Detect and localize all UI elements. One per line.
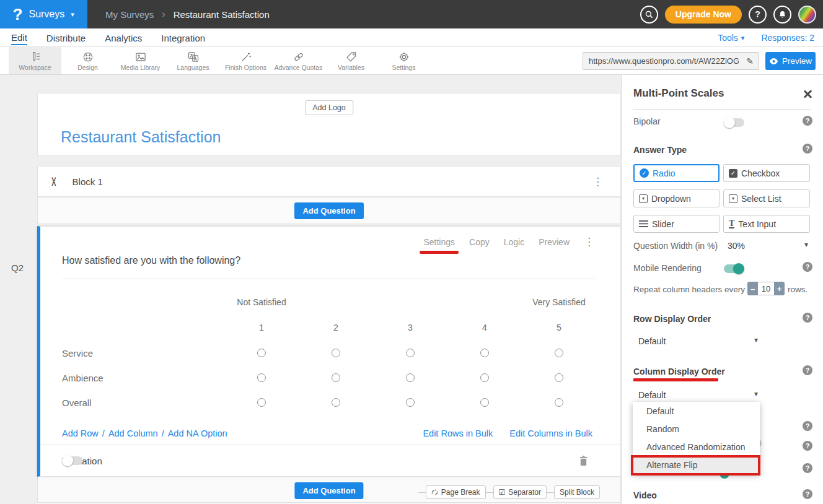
radio-option[interactable] xyxy=(257,373,266,382)
translate-icon xyxy=(187,51,200,63)
answer-type-dropdown[interactable]: ▾ Dropdown xyxy=(633,189,720,207)
split-block-button[interactable]: Split Block xyxy=(554,485,600,499)
option-alternate-flip[interactable]: Alternate Flip xyxy=(633,456,760,474)
responses-link[interactable]: Responses: 2 xyxy=(761,33,814,43)
radio-option[interactable] xyxy=(257,398,266,407)
radio-option[interactable] xyxy=(257,349,266,357)
help-icon[interactable]: ? xyxy=(803,116,812,126)
radio-option[interactable] xyxy=(555,373,563,382)
edit-url-icon[interactable]: ✎ xyxy=(741,56,759,66)
help-icon[interactable]: ? xyxy=(803,421,812,431)
user-avatar[interactable] xyxy=(798,6,816,24)
radio-option[interactable] xyxy=(406,373,415,382)
mobile-rendering-toggle[interactable] xyxy=(724,264,744,273)
column-display-order-select[interactable]: Default xyxy=(638,390,666,400)
radio-option[interactable] xyxy=(555,349,563,357)
row-label[interactable]: Ambience xyxy=(62,373,224,383)
row-label[interactable]: Service xyxy=(62,348,224,358)
toolbar-media-library[interactable]: Media Library xyxy=(114,47,167,74)
add-question-button-bottom[interactable]: Add Question xyxy=(294,482,363,499)
radio-option[interactable] xyxy=(332,373,340,382)
option-default[interactable]: Default xyxy=(633,402,760,420)
chevron-down-icon[interactable]: ▾ xyxy=(754,336,758,344)
answer-type-select-list[interactable]: ▾ Select List xyxy=(723,189,810,207)
tools-menu[interactable]: Tools ▾ xyxy=(718,33,744,43)
question-menu-icon[interactable]: ⋮ xyxy=(584,235,594,248)
toolbar-design[interactable]: Design xyxy=(61,47,114,74)
matrix-links-row: Add Row / Add Column / Add NA Option Edi… xyxy=(62,420,596,447)
question-width-value[interactable]: 30% xyxy=(728,241,745,251)
toolbar-finish-options[interactable]: Finish Options xyxy=(219,47,272,74)
radio-option[interactable] xyxy=(332,349,340,357)
toolbar-languages[interactable]: Languages xyxy=(167,47,219,74)
notifications-button[interactable] xyxy=(773,6,791,24)
survey-title[interactable]: Restaurant Satisfaction xyxy=(61,128,221,146)
answer-type-text-input[interactable]: T Text Input xyxy=(723,215,810,233)
answer-type-checkbox[interactable]: ✓ Checkbox xyxy=(723,164,810,182)
help-icon[interactable]: ? xyxy=(803,365,812,375)
toolbar-workspace[interactable]: Workspace xyxy=(9,47,61,74)
tab-question-logic[interactable]: Logic xyxy=(504,237,524,247)
toolbar-advance-quotas[interactable]: Advance Quotas xyxy=(272,47,325,74)
add-column-link[interactable]: Add Column xyxy=(108,428,158,438)
help-icon[interactable]: ? xyxy=(803,489,812,499)
radio-option[interactable] xyxy=(480,349,489,357)
edit-rows-in-bulk-link[interactable]: Edit Rows in Bulk xyxy=(423,428,493,438)
separator-button[interactable]: ☑ Separator xyxy=(493,485,547,499)
increment-button[interactable]: + xyxy=(774,282,785,295)
block-title[interactable]: Block 1 xyxy=(73,176,103,187)
tab-question-settings[interactable]: Settings xyxy=(423,237,455,247)
breadcrumb-my-surveys[interactable]: My Surveys xyxy=(105,9,154,20)
preview-button[interactable]: Preview xyxy=(765,52,816,70)
survey-url-input[interactable] xyxy=(583,56,741,66)
add-question-button[interactable]: Add Question xyxy=(294,202,363,219)
row-label[interactable]: Overall xyxy=(62,398,224,408)
add-na-option-link[interactable]: Add NA Option xyxy=(168,428,227,438)
radio-option[interactable] xyxy=(480,373,489,382)
option-advanced-randomization[interactable]: Advanced Randomization xyxy=(633,438,760,456)
edit-columns-in-bulk-link[interactable]: Edit Columns in Bulk xyxy=(509,428,592,438)
add-row-link[interactable]: Add Row xyxy=(62,428,99,438)
collapse-block-icon[interactable]: ˅ ˄ xyxy=(51,177,56,186)
search-button[interactable] xyxy=(640,6,658,24)
option-random[interactable]: Random xyxy=(633,420,760,438)
help-button[interactable]: ? xyxy=(749,6,767,24)
block-menu-icon[interactable]: ⋮ xyxy=(592,175,603,188)
tab-integration[interactable]: Integration xyxy=(161,31,205,45)
radio-option[interactable] xyxy=(332,398,340,407)
answer-type-slider[interactable]: Slider xyxy=(633,215,720,233)
tab-question-preview[interactable]: Preview xyxy=(539,237,570,247)
product-switcher[interactable]: ? Surveys ▾ xyxy=(0,0,87,28)
tab-question-copy[interactable]: Copy xyxy=(469,237,490,247)
help-icon[interactable]: ? xyxy=(803,144,812,154)
help-icon[interactable]: ? xyxy=(803,463,812,473)
help-icon[interactable]: ? xyxy=(803,313,812,323)
help-icon[interactable]: ? xyxy=(803,441,812,451)
toolbar-variables[interactable]: Variables xyxy=(325,47,377,74)
delete-question-button[interactable] xyxy=(579,455,588,466)
radio-option[interactable] xyxy=(480,398,489,407)
help-icon[interactable]: ? xyxy=(803,262,812,272)
radio-option[interactable] xyxy=(406,398,415,407)
page-break-button[interactable]: Page Break xyxy=(426,485,486,499)
eye-icon xyxy=(769,58,778,65)
answer-type-radio[interactable]: ✓ Radio xyxy=(633,164,720,182)
bipolar-toggle[interactable] xyxy=(724,118,744,127)
question-text[interactable]: How satisfied are you with the following… xyxy=(62,255,240,266)
repeat-headers-input[interactable] xyxy=(758,282,774,295)
radio-option[interactable] xyxy=(406,349,415,357)
chevron-down-icon[interactable]: ▾ xyxy=(804,240,808,249)
upgrade-now-button[interactable]: Upgrade Now xyxy=(665,6,742,24)
close-icon[interactable] xyxy=(803,89,812,99)
tab-analytics[interactable]: Analytics xyxy=(105,31,142,45)
tab-distribute[interactable]: Distribute xyxy=(46,31,86,45)
tab-edit[interactable]: Edit xyxy=(11,30,27,45)
chevron-down-icon[interactable]: ▾ xyxy=(754,389,758,398)
radio-option[interactable] xyxy=(555,398,563,407)
row-display-order-select[interactable]: Default xyxy=(638,336,666,346)
nav-tabs: Edit Distribute Analytics Integration xyxy=(11,28,205,47)
add-logo-button[interactable]: Add Logo xyxy=(305,100,353,115)
decrement-button[interactable]: – xyxy=(747,282,758,295)
toolbar-settings[interactable]: Settings xyxy=(377,47,430,74)
validation-toggle[interactable] xyxy=(62,456,82,465)
